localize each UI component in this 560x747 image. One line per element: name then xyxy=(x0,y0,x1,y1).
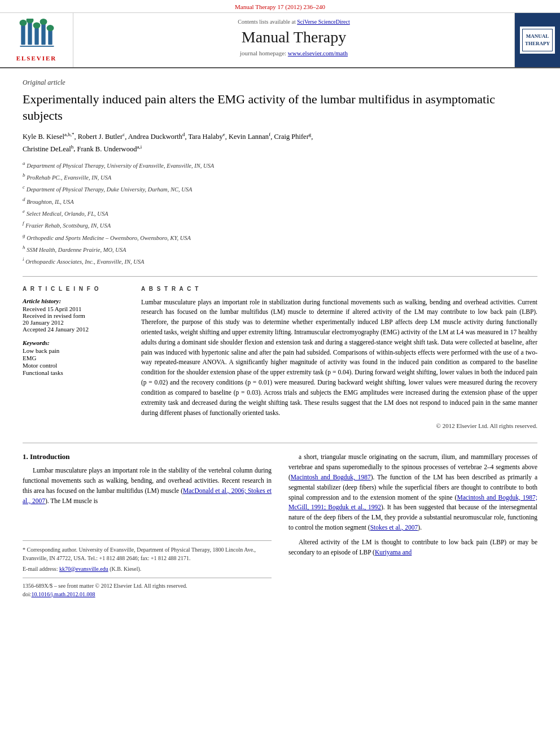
section-title: Introduction xyxy=(30,452,70,461)
sciverse-line: Contents lists available at SciVerse Sci… xyxy=(85,19,503,25)
body-section: 1. Introduction Lumbar musculature plays… xyxy=(23,443,537,597)
elsevier-brand-text: ELSEVIER xyxy=(16,55,57,62)
ref-kuriyama[interactable]: Kuriyama and xyxy=(375,549,412,556)
affiliation-d: d Broughton, IL, USA xyxy=(23,195,537,207)
homepage-label: journal homepage: xyxy=(240,50,286,56)
issn-line: 1356-689X/$ – see front matter © 2012 El… xyxy=(23,583,272,589)
svg-rect-0 xyxy=(21,24,25,45)
author-4: Tara Halabye xyxy=(188,133,225,141)
email-person: (K.B. Kiesel). xyxy=(110,566,141,572)
author-5: Kevin Lannanf xyxy=(229,133,270,141)
elsevier-tree-icon xyxy=(17,19,56,53)
copyright-line: © 2012 Elsevier Ltd. All rights reserved… xyxy=(141,422,537,429)
affiliation-c: c Department of Physical Therapy, Duke U… xyxy=(23,183,537,194)
svg-rect-3 xyxy=(41,23,45,45)
email-address[interactable]: kk70@evansville.edu xyxy=(59,566,108,572)
sciverse-link[interactable]: SciVerse ScienceDirect xyxy=(297,19,350,25)
footnote-rule xyxy=(23,578,272,578)
affiliations-block: a Department of Physical Therapy, Univer… xyxy=(23,159,537,267)
svg-rect-4 xyxy=(48,29,52,45)
header-banner: ELSEVIER Contents lists available at Sci… xyxy=(0,13,560,68)
email-note: E-mail address: kk70@evansville.edu (K.B… xyxy=(23,565,272,573)
issn-text: 1356-689X/$ – see front matter © 2012 El… xyxy=(23,583,187,589)
keyword-4: Functional tasks xyxy=(23,369,124,376)
journal-main-title: Manual Therapy xyxy=(85,28,503,46)
affiliation-f: f Frazier Rehab, Scottsburg, IN, USA xyxy=(23,219,537,230)
accepted-date: Accepted 24 January 2012 xyxy=(23,326,124,333)
intro-right-para2: Altered activity of the LM is thought to… xyxy=(288,538,537,558)
main-content: Original article Experimentally induced … xyxy=(0,68,560,609)
svg-point-9 xyxy=(40,19,47,25)
keyword-3: Motor control xyxy=(23,362,124,369)
ref-macdonald[interactable]: MacDonald et al., 2006; Stokes et al., 2… xyxy=(23,487,272,504)
svg-rect-5 xyxy=(20,46,54,47)
page: Manual Therapy 17 (2012) 236–240 E xyxy=(0,0,560,747)
revised-date: 20 January 2012 xyxy=(23,319,124,326)
svg-point-10 xyxy=(46,25,54,31)
author-6: Craig Phiferg xyxy=(274,133,311,141)
article-history: Article history: Received 15 April 2011 … xyxy=(23,298,124,333)
section-number: 1. xyxy=(23,452,28,461)
svg-point-7 xyxy=(26,19,33,23)
article-info-header: A R T I C L E I N F O xyxy=(23,286,124,292)
author-8: Frank B. Underwooda,i xyxy=(77,145,142,153)
body-two-col: 1. Introduction Lumbar musculature plays… xyxy=(23,452,537,597)
author-1: Kyle B. Kiesela,b,* xyxy=(23,133,74,141)
intro-right-para1: a short, triangular muscle originating o… xyxy=(288,452,537,533)
elsevier-logo-block: ELSEVIER xyxy=(0,13,73,67)
affiliation-i: i Orthopaedic Associates, Inc., Evansvil… xyxy=(23,255,537,267)
corresponding-author-text: * Corresponding author. University of Ev… xyxy=(23,547,256,561)
email-label: E-mail address: xyxy=(23,566,58,572)
journal-ref-text: Manual Therapy 17 (2012) 236–240 xyxy=(235,3,325,10)
received-date: Received 15 April 2011 xyxy=(23,305,124,312)
affiliation-g: g Orthopedic and Sports Medicine – Owens… xyxy=(23,231,537,243)
keyword-1: Low back pain xyxy=(23,347,124,354)
revised-label: Received in revised form xyxy=(23,312,124,319)
svg-point-8 xyxy=(33,22,40,28)
svg-point-6 xyxy=(19,20,27,26)
authors-line: Kyle B. Kiesela,b,*, Robert J. Butlerc, … xyxy=(23,130,537,154)
author-7: Christine DeLealh xyxy=(23,145,73,153)
article-info-column: A R T I C L E I N F O Article history: R… xyxy=(23,286,124,430)
article-info-abstract-section: A R T I C L E I N F O Article history: R… xyxy=(23,276,537,430)
abstract-paragraph: Lumbar musculature plays an important ro… xyxy=(141,298,537,418)
intro-left-text: Lumbar musculature plays an important ro… xyxy=(23,466,272,506)
author-2: Robert J. Butlerc xyxy=(78,133,125,141)
article-type-label: Original article xyxy=(23,78,537,87)
sciverse-prefix: Contents lists available at xyxy=(238,19,295,25)
corresponding-author-note: * Corresponding author. University of Ev… xyxy=(23,545,272,562)
affiliation-a: a Department of Physical Therapy, Univer… xyxy=(23,159,537,171)
keywords-section: Keywords: Low back pain EMG Motor contro… xyxy=(23,339,124,376)
journal-homepage: journal homepage: www.elsevier.com/math xyxy=(85,50,503,56)
intro-heading: 1. Introduction xyxy=(23,452,272,461)
history-label: Article history: xyxy=(23,298,124,304)
doi-label: doi: xyxy=(23,591,32,597)
svg-rect-1 xyxy=(28,21,32,45)
intro-left-para1: Lumbar musculature plays an important ro… xyxy=(23,466,272,506)
homepage-url-link[interactable]: www.elsevier.com/math xyxy=(288,50,348,56)
abstract-header: A B S T R A C T xyxy=(141,286,537,292)
keywords-label: Keywords: xyxy=(23,339,124,346)
affiliation-b: b ProRehab PC., Evansville, IN, USA xyxy=(23,171,537,182)
article-title: Experimentally induced pain alters the E… xyxy=(23,91,537,124)
footnote-block: * Corresponding author. University of Ev… xyxy=(23,540,272,573)
abstract-text: Lumbar musculature plays an important ro… xyxy=(141,298,537,418)
journal-reference-header: Manual Therapy 17 (2012) 236–240 xyxy=(0,0,560,13)
doi-line: doi:10.1016/j.math.2012.01.008 xyxy=(23,591,272,597)
keyword-2: EMG xyxy=(23,355,124,361)
body-right-column: a short, triangular muscle originating o… xyxy=(288,452,537,597)
ref-stokes[interactable]: Stokes et al., 2007 xyxy=(370,524,418,531)
journal-cover-image: MANUALTHERAPY xyxy=(515,13,560,67)
affiliation-e: e Select Medical, Orlando, FL, USA xyxy=(23,207,537,219)
ref-macintosh1[interactable]: Macintosh and Bogduk, 1987 xyxy=(291,474,371,480)
journal-title-block: Contents lists available at SciVerse Sci… xyxy=(73,13,515,67)
svg-rect-2 xyxy=(34,27,38,45)
cover-title-text: MANUALTHERAPY xyxy=(520,27,555,53)
affiliation-h: h SSM Health, Dardenne Prairie, MO, USA xyxy=(23,243,537,255)
abstract-column: A B S T R A C T Lumbar musculature plays… xyxy=(141,286,537,430)
author-3: Andrea Duckworthd xyxy=(128,133,185,141)
ref-macintosh2[interactable]: Macintosh and Bogduk, 1987; McGill, 1991… xyxy=(288,494,537,511)
intro-right-text: a short, triangular muscle originating o… xyxy=(288,452,537,557)
body-left-column: 1. Introduction Lumbar musculature plays… xyxy=(23,452,272,597)
doi-link[interactable]: 10.1016/j.math.2012.01.008 xyxy=(32,591,95,597)
